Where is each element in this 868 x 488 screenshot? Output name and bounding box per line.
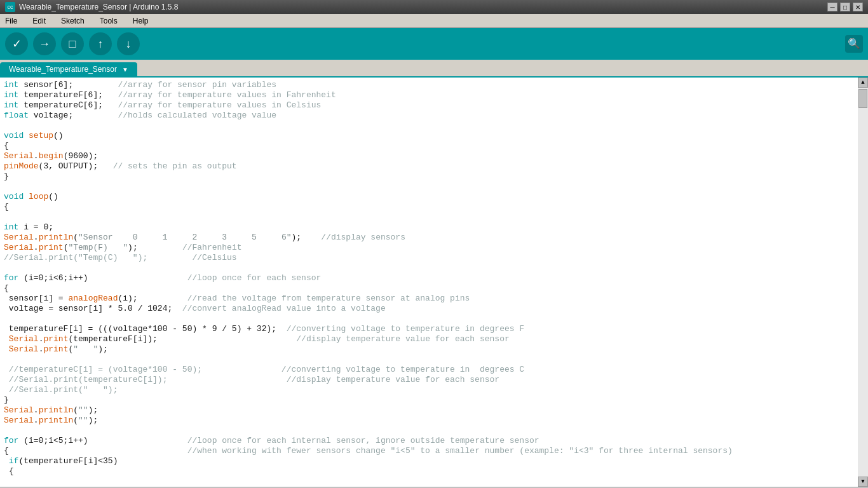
code-text: for (i=0;i<5;i++) //loop once for each i… bbox=[0, 436, 543, 446]
code-text: Serial.begin(9600); bbox=[0, 151, 102, 161]
code-editor[interactable]: int sensor[6]; //array for sensor pin va… bbox=[0, 78, 858, 487]
code-line: int sensor[6]; //array for sensor pin va… bbox=[0, 80, 858, 90]
code-line: int temperatureC[6]; //array for tempera… bbox=[0, 100, 858, 111]
search-button[interactable]: 🔍 bbox=[845, 35, 863, 53]
tab-dropdown-icon[interactable]: ▼ bbox=[122, 66, 128, 73]
code-text: } bbox=[0, 172, 13, 182]
code-text: for (i=0;i<6;i++) //loop once for each s… bbox=[0, 273, 325, 283]
code-line: Serial.print(" "); bbox=[0, 344, 858, 355]
code-text: //Serial.print(" "); bbox=[0, 385, 121, 395]
code-line bbox=[0, 263, 858, 273]
code-text: sensor[i] = analogRead(i); //read the vo… bbox=[0, 294, 473, 304]
open-button[interactable]: ↑ bbox=[89, 32, 112, 55]
code-line: { bbox=[0, 141, 858, 151]
code-text: float voltage; //holds calculated voltag… bbox=[0, 111, 280, 121]
code-text: if(temperatureF[i]<35) bbox=[0, 456, 121, 466]
toolbar: ✓ → □ ↑ ↓ 🔍 bbox=[0, 28, 868, 60]
code-line: float voltage; //holds calculated voltag… bbox=[0, 111, 858, 121]
code-line: int temperatureF[6]; //array for tempera… bbox=[0, 90, 858, 100]
code-line: //Serial.print(" "); bbox=[0, 385, 858, 395]
close-button[interactable]: ✕ bbox=[853, 3, 863, 11]
code-text: int i = 0; bbox=[0, 222, 57, 233]
code-line: //temperatureC[i] = (voltage*100 - 50); … bbox=[0, 365, 858, 375]
tab-bar: Wearable_Temperature_Sensor ▼ bbox=[0, 60, 868, 78]
new-button[interactable]: □ bbox=[61, 32, 84, 55]
code-text: int temperatureF[6]; //array for tempera… bbox=[0, 90, 340, 100]
code-text: pinMode(3, OUTPUT); // sets the pin as o… bbox=[0, 161, 241, 172]
menu-sketch[interactable]: Sketch bbox=[58, 15, 87, 27]
code-line: void setup() bbox=[0, 131, 858, 141]
code-text: void loop() bbox=[0, 192, 62, 202]
scrollbar[interactable]: ▲ ▼ bbox=[858, 78, 868, 487]
menu-edit[interactable]: Edit bbox=[30, 15, 48, 27]
title-bar: cc Wearable_Temperature_Sensor | Arduino… bbox=[0, 0, 868, 14]
code-line: int i = 0; bbox=[0, 222, 858, 233]
editor-container: int sensor[6]; //array for sensor pin va… bbox=[0, 78, 868, 487]
code-text: Serial.println(""); bbox=[0, 405, 102, 416]
code-line bbox=[0, 182, 858, 192]
editor-tab[interactable]: Wearable_Temperature_Sensor ▼ bbox=[0, 62, 137, 76]
code-line: Serial.println(""); bbox=[0, 405, 858, 416]
code-line: { bbox=[0, 466, 858, 477]
code-line: Serial.print(temperatureF[i]); //display… bbox=[0, 334, 858, 344]
code-line bbox=[0, 121, 858, 131]
code-line: Serial.print("Temp(F) "); //Fahrenheit bbox=[0, 243, 858, 253]
code-line: //Serial.print(temperatureC[i]); //displ… bbox=[0, 375, 858, 385]
code-text: voltage = sensor[i] * 5.0 / 1024; //conv… bbox=[0, 304, 390, 314]
code-text: void setup() bbox=[0, 131, 67, 141]
scroll-up-arrow[interactable]: ▲ bbox=[858, 78, 868, 88]
code-text: } bbox=[0, 395, 13, 405]
code-line bbox=[0, 314, 858, 324]
code-line: //Serial.print("Temp(C) "); //Celsius bbox=[0, 253, 858, 263]
upload-button[interactable]: → bbox=[33, 32, 56, 55]
title-bar-left: cc Wearable_Temperature_Sensor | Arduino… bbox=[5, 2, 178, 12]
scroll-down-arrow[interactable]: ▼ bbox=[858, 477, 868, 487]
code-text: int sensor[6]; //array for sensor pin va… bbox=[0, 80, 280, 90]
code-text: { //when working with fewer sensors chan… bbox=[0, 446, 736, 456]
code-line: for (i=0;i<5;i++) //loop once for each i… bbox=[0, 436, 858, 446]
maximize-button[interactable]: □ bbox=[840, 3, 850, 11]
code-line bbox=[0, 355, 858, 365]
menu-tools[interactable]: Tools bbox=[97, 15, 120, 27]
code-line: if(temperatureF[i]<35) bbox=[0, 456, 858, 466]
window-title: Wearable_Temperature_Sensor | Arduino 1.… bbox=[19, 3, 178, 11]
code-line: { bbox=[0, 283, 858, 294]
code-line: voltage = sensor[i] * 5.0 / 1024; //conv… bbox=[0, 304, 858, 314]
menu-bar: File Edit Sketch Tools Help bbox=[0, 14, 868, 28]
code-text: Serial.print(temperatureF[i]); //display… bbox=[0, 334, 513, 344]
code-text: temperatureF[i] = (((voltage*100 - 50) *… bbox=[0, 324, 528, 334]
save-button[interactable]: ↓ bbox=[117, 32, 140, 55]
code-text: Serial.println("Sensor 0 1 2 3 5 6"); //… bbox=[0, 233, 409, 243]
tab-label: Wearable_Temperature_Sensor bbox=[9, 65, 117, 74]
menu-file[interactable]: File bbox=[3, 15, 20, 27]
toolbar-buttons: ✓ → □ ↑ ↓ bbox=[5, 32, 140, 55]
code-line: temperatureF[i] = (((voltage*100 - 50) *… bbox=[0, 324, 858, 334]
code-text: { bbox=[0, 202, 13, 212]
code-line: } bbox=[0, 395, 858, 405]
code-text: Serial.print("Temp(F) "); //Fahrenheit bbox=[0, 243, 246, 253]
menu-help[interactable]: Help bbox=[130, 15, 151, 27]
app-icon: cc bbox=[5, 2, 15, 12]
verify-button[interactable]: ✓ bbox=[5, 32, 28, 55]
code-line: for (i=0;i<6;i++) //loop once for each s… bbox=[0, 273, 858, 283]
code-line: { //when working with fewer sensors chan… bbox=[0, 446, 858, 456]
code-line: } bbox=[0, 172, 858, 182]
code-line: { bbox=[0, 202, 858, 212]
code-text: //temperatureC[i] = (voltage*100 - 50); … bbox=[0, 365, 528, 375]
code-text: //Serial.print("Temp(C) "); //Celsius bbox=[0, 253, 241, 263]
code-line: pinMode(3, OUTPUT); // sets the pin as o… bbox=[0, 161, 858, 172]
code-text: int temperatureC[6]; //array for tempera… bbox=[0, 100, 325, 111]
code-text: Serial.println(""); bbox=[0, 416, 102, 426]
code-line: Serial.println("Sensor 0 1 2 3 5 6"); //… bbox=[0, 233, 858, 243]
code-line: Serial.println(""); bbox=[0, 416, 858, 426]
code-text: //Serial.print(temperatureC[i]); //displ… bbox=[0, 375, 503, 385]
code-text: { bbox=[0, 283, 13, 294]
scroll-track[interactable] bbox=[858, 88, 868, 477]
scroll-thumb[interactable] bbox=[858, 89, 867, 108]
code-text: { bbox=[0, 466, 18, 477]
code-line bbox=[0, 212, 858, 222]
window-controls[interactable]: ─ □ ✕ bbox=[827, 3, 863, 11]
minimize-button[interactable]: ─ bbox=[827, 3, 837, 11]
code-line: Serial.begin(9600); bbox=[0, 151, 858, 161]
code-text: { bbox=[0, 141, 13, 151]
